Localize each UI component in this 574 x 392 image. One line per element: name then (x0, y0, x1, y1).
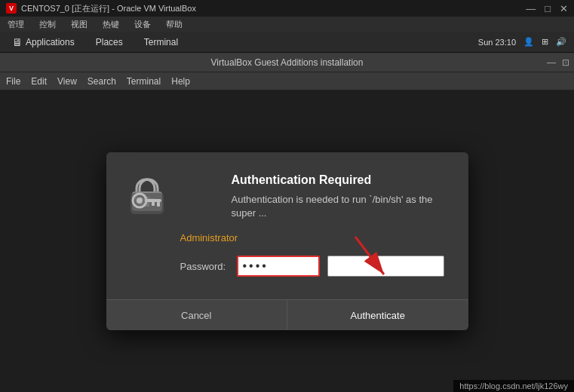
clock: Sun 23:10 (478, 38, 516, 47)
auth-description: Authentication is needed to run `/bin/sh… (232, 193, 446, 220)
auth-header: Authentication Required Authentication i… (129, 173, 446, 220)
terminal-label: Terminal (144, 37, 178, 47)
win-menubar: 管理 控制 视图 热键 设备 帮助 (0, 17, 574, 32)
vbox-title: VirtualBox Guest Additions installation (211, 57, 364, 68)
terminal-menu[interactable]: Terminal (140, 35, 183, 49)
minimize-button[interactable]: — (526, 3, 536, 14)
applications-label: Applications (26, 37, 75, 47)
password-confirm-input[interactable] (327, 256, 444, 277)
places-menu[interactable]: Places (91, 35, 127, 49)
password-row: Password: (129, 256, 446, 277)
url-bar: https://blog.csdn.net/ljk126wy (453, 380, 574, 392)
win-controls: — □ ✕ (526, 3, 568, 14)
maximize-button[interactable]: □ (545, 3, 551, 14)
apps-icon: 🖥 (12, 36, 23, 48)
menu-view[interactable]: 视图 (68, 18, 91, 31)
vbox-maximize[interactable]: ⊡ (562, 57, 569, 68)
svg-rect-11 (145, 199, 161, 202)
menu-help[interactable]: 帮助 (163, 18, 186, 31)
vbox-header: VirtualBox Guest Additions installation … (0, 53, 574, 72)
menu-hotkey[interactable]: 热键 (100, 18, 122, 31)
auth-text-block: Authentication Required Authentication i… (232, 173, 446, 220)
cancel-button[interactable]: Cancel (106, 300, 288, 330)
app-icon: V (6, 3, 17, 14)
term-search[interactable]: Search (87, 76, 116, 87)
auth-dialog-footer: Cancel Authenticate (106, 299, 468, 330)
term-file[interactable]: File (6, 76, 20, 87)
applications-menu[interactable]: 🖥 Applications (8, 35, 79, 50)
password-label: Password: (180, 261, 229, 272)
term-help[interactable]: Help (171, 76, 190, 87)
url-text: https://blog.csdn.net/ljk126wy (459, 381, 568, 390)
password-input[interactable] (237, 256, 320, 277)
vbox-minimize[interactable]: — (547, 57, 556, 68)
volume-icon: 🔊 (556, 37, 566, 47)
term-view[interactable]: View (57, 76, 77, 87)
svg-rect-12 (157, 202, 160, 207)
key-svg (129, 181, 165, 217)
auth-dialog-body: Authentication Required Authentication i… (106, 152, 468, 299)
term-terminal[interactable]: Terminal (127, 76, 161, 87)
app-menu: 🖥 Applications Places Terminal (8, 35, 183, 50)
auth-dialog: Authentication Required Authentication i… (106, 152, 468, 330)
vbox-window-controls: — ⊡ (547, 57, 569, 68)
key-icon-wrapper (129, 181, 165, 220)
gnome-taskbar: 🖥 Applications Places Terminal Sun 23:10… (0, 32, 574, 53)
svg-point-10 (137, 198, 143, 204)
menu-devices[interactable]: 设备 (131, 18, 154, 31)
window-title: CENTOS7_0 [正在运行] - Oracle VM VirtualBox (21, 3, 196, 14)
authenticate-button[interactable]: Authenticate (287, 300, 468, 330)
user-icon: 👤 (523, 37, 534, 47)
terminal-menubar: File Edit View Search Terminal Help (0, 72, 574, 90)
svg-rect-13 (152, 202, 155, 206)
term-edit[interactable]: Edit (31, 76, 47, 87)
close-button[interactable]: ✕ (560, 3, 568, 14)
network-icon: ⊞ (542, 37, 548, 47)
auth-user: Administrator (129, 232, 446, 243)
menu-control[interactable]: 控制 (36, 18, 59, 31)
main-area: Authentication Required Authentication i… (0, 90, 574, 392)
win-titlebar: V CENTOS7_0 [正在运行] - Oracle VM VirtualBo… (0, 0, 574, 17)
menu-manage[interactable]: 管理 (5, 18, 27, 31)
auth-title: Authentication Required (232, 173, 446, 187)
places-label: Places (96, 37, 123, 47)
system-tray: Sun 23:10 👤 ⊞ 🔊 (478, 37, 566, 47)
